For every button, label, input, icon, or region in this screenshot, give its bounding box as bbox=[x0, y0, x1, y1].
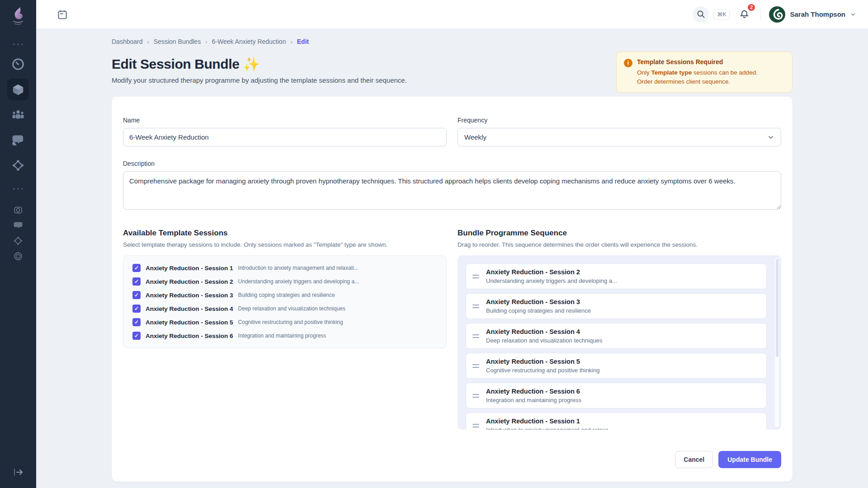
edit-bundle-form-card: Name Frequency Weekly Description Compre… bbox=[112, 97, 793, 482]
frequency-select[interactable]: Weekly bbox=[458, 128, 781, 146]
breadcrumb-session-bundles[interactable]: Session Bundles bbox=[154, 38, 201, 45]
session-checkbox-row[interactable]: ✓ Anxiety Reduction - Session 3 Building… bbox=[132, 288, 437, 302]
sidebar-section-ellipsis-icon bbox=[13, 188, 23, 190]
session-checkbox-row[interactable]: ✓ Anxiety Reduction - Session 6 Integrat… bbox=[132, 329, 437, 343]
checkbox-checked-icon[interactable]: ✓ bbox=[132, 277, 141, 286]
cube-icon bbox=[11, 83, 25, 96]
name-input[interactable] bbox=[123, 128, 447, 146]
notification-count-badge: 2 bbox=[747, 3, 756, 12]
breadcrumb: Dashboard › Session Bundles › 6-Week Anx… bbox=[112, 38, 793, 45]
sequence-card[interactable]: Anxiety Reduction - Session 2 Understand… bbox=[466, 263, 767, 289]
breadcrumb-dashboard[interactable]: Dashboard bbox=[112, 38, 143, 45]
chat-bubbles-icon bbox=[11, 133, 25, 147]
keyboard-shortcut-badge: ⌘K bbox=[713, 9, 730, 20]
topbar-divider bbox=[760, 9, 761, 20]
sequence-card[interactable]: Anxiety Reduction - Session 5 Cognitive … bbox=[466, 353, 767, 379]
available-sessions-list: ✓ Anxiety Reduction - Session 1 Introduc… bbox=[123, 255, 447, 348]
diamond-small-icon[interactable] bbox=[13, 236, 23, 246]
chevron-down-icon bbox=[850, 11, 856, 18]
description-textarea[interactable]: Comprehensive package for managing anxie… bbox=[123, 171, 781, 210]
alert-body: Only Template type sessions can be added… bbox=[637, 68, 758, 86]
info-icon: i bbox=[624, 59, 632, 67]
sidebar-section-ellipsis-icon bbox=[13, 43, 23, 45]
description-label: Description bbox=[123, 160, 781, 167]
frequency-value: Weekly bbox=[464, 133, 486, 141]
chevron-right-icon: › bbox=[147, 38, 149, 45]
name-label: Name bbox=[123, 117, 447, 124]
topbar: ⌘K 2 Sarah Thompson bbox=[36, 0, 868, 29]
chevron-down-icon bbox=[767, 134, 774, 141]
checkbox-checked-icon[interactable]: ✓ bbox=[132, 305, 141, 313]
chevron-right-icon: › bbox=[205, 38, 207, 45]
sequence-card[interactable]: Anxiety Reduction - Session 1 Introducti… bbox=[466, 413, 767, 430]
sidebar-item-network[interactable] bbox=[7, 155, 29, 176]
session-checkbox-row[interactable]: ✓ Anxiety Reduction - Session 5 Cognitiv… bbox=[132, 315, 437, 329]
search-button[interactable] bbox=[693, 6, 709, 23]
diamond-nodes-icon bbox=[11, 159, 25, 172]
people-icon bbox=[11, 108, 25, 122]
user-name: Sarah Thompson bbox=[790, 10, 845, 18]
sequence-card[interactable]: Anxiety Reduction - Session 4 Deep relax… bbox=[466, 323, 767, 349]
template-sessions-alert: i Template Sessions Required Only Templa… bbox=[616, 52, 793, 93]
breadcrumb-bundle-name[interactable]: 6-Week Anxiety Reduction bbox=[212, 38, 286, 45]
chevron-right-icon: › bbox=[290, 38, 292, 45]
checkbox-checked-icon[interactable]: ✓ bbox=[132, 291, 141, 299]
gauge-icon bbox=[11, 57, 25, 71]
sequence-subtitle: Drag to reorder. This sequence determine… bbox=[458, 241, 781, 248]
available-sessions-heading: Available Template Sessions bbox=[123, 229, 447, 238]
drag-handle-icon[interactable] bbox=[472, 424, 479, 427]
drag-handle-icon[interactable] bbox=[472, 275, 479, 278]
drag-handle-icon[interactable] bbox=[472, 334, 479, 338]
sidebar-item-clients[interactable] bbox=[7, 104, 29, 126]
session-checkbox-row[interactable]: ✓ Anxiety Reduction - Session 2 Understa… bbox=[132, 275, 437, 288]
breadcrumb-current: Edit bbox=[297, 38, 309, 45]
drag-handle-icon[interactable] bbox=[472, 364, 479, 368]
sidebar bbox=[0, 0, 36, 488]
cancel-button[interactable]: Cancel bbox=[675, 451, 713, 468]
drag-handle-icon[interactable] bbox=[472, 305, 479, 308]
drag-handle-icon[interactable] bbox=[472, 394, 479, 398]
sequence-list: Anxiety Reduction - Session 2 Understand… bbox=[458, 255, 781, 430]
sequence-card[interactable]: Anxiety Reduction - Session 6 Integratio… bbox=[466, 383, 767, 408]
checkbox-checked-icon[interactable]: ✓ bbox=[132, 318, 141, 326]
checkbox-checked-icon[interactable]: ✓ bbox=[132, 332, 141, 340]
user-menu[interactable]: Sarah Thompson bbox=[769, 6, 856, 23]
app-logo-swirl-icon[interactable] bbox=[9, 6, 28, 28]
swirl-small-icon[interactable] bbox=[13, 251, 23, 261]
available-sessions-section: Available Template Sessions Select templ… bbox=[123, 229, 447, 348]
calendar-button[interactable] bbox=[54, 6, 71, 23]
avatar bbox=[769, 6, 785, 23]
chat-small-icon[interactable] bbox=[13, 221, 23, 230]
bot-icon[interactable] bbox=[13, 205, 23, 215]
frequency-label: Frequency bbox=[458, 117, 781, 124]
session-checkbox-row[interactable]: ✓ Anxiety Reduction - Session 4 Deep rel… bbox=[132, 302, 437, 315]
sparkles-icon: ✨ bbox=[243, 56, 259, 71]
available-sessions-subtitle: Select template therapy sessions to incl… bbox=[123, 241, 447, 248]
checkbox-checked-icon[interactable]: ✓ bbox=[132, 264, 141, 272]
sidebar-item-session-bundles[interactable] bbox=[7, 79, 29, 100]
session-checkbox-row[interactable]: ✓ Anxiety Reduction - Session 1 Introduc… bbox=[132, 261, 437, 275]
alert-title: Template Sessions Required bbox=[637, 58, 758, 66]
sidebar-item-dashboard[interactable] bbox=[7, 53, 29, 75]
calendar-icon bbox=[57, 9, 68, 20]
update-bundle-button[interactable]: Update Bundle bbox=[718, 451, 781, 468]
sequence-scrollbar[interactable] bbox=[775, 258, 779, 427]
sequence-section: Bundle Programme Sequence Drag to reorde… bbox=[458, 229, 781, 430]
sidebar-item-messages[interactable] bbox=[7, 129, 29, 151]
sidebar-collapse-icon[interactable] bbox=[11, 465, 25, 479]
search-icon bbox=[697, 10, 705, 19]
sequence-card[interactable]: Anxiety Reduction - Session 3 Building c… bbox=[466, 293, 767, 319]
sequence-heading: Bundle Programme Sequence bbox=[458, 229, 781, 238]
